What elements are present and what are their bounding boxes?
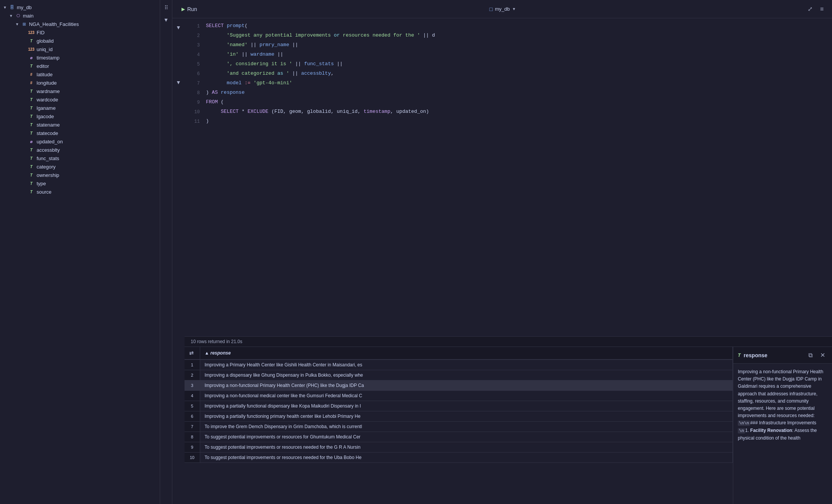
code-line-4: 4 'in' || wardname ||: [185, 50, 832, 59]
line-number: 8: [189, 88, 200, 98]
sidebar-col-wardname[interactable]: Twardname: [0, 87, 160, 95]
editor-content: 1SELECT prompt(2 'Suggest any potential …: [185, 18, 832, 504]
code-line-11: 11): [185, 117, 832, 126]
response-cell: To suggest potential improvements or res…: [200, 453, 733, 463]
code-text: SELECT * EXCLUDE (FID, geom, globalid, u…: [206, 107, 429, 116]
code-text: FROM (: [206, 98, 224, 107]
col-name: type: [37, 181, 46, 186]
sidebar-col-func_stats[interactable]: Tfunc_stats: [0, 154, 160, 162]
code-text: 'and categorized as ' || accessblty,: [206, 69, 334, 78]
db-icon-small: □: [489, 6, 492, 12]
menu-button[interactable]: ≡: [818, 4, 826, 14]
table-row[interactable]: 10To suggest potential improvements or r…: [185, 453, 733, 463]
code-line-3: 3 'named' || prmry_name ||: [185, 40, 832, 50]
sidebar-col-type[interactable]: Ttype: [0, 179, 160, 188]
collapse-arrow-button[interactable]: ▼: [162, 15, 170, 24]
sidebar-col-accessblty[interactable]: Taccessblty: [0, 146, 160, 154]
results-table-wrapper[interactable]: ⇄ ▲ response 1Improving a Primary Health…: [185, 347, 733, 504]
table-row[interactable]: 2Improving a dispensary like Ghung Dispe…: [185, 370, 733, 380]
table-row[interactable]: 6Improving a partially functioning prima…: [185, 411, 733, 422]
col-name: longitude: [37, 80, 57, 86]
toolbar-center: □ my_db ▼: [205, 5, 801, 14]
col-name: updated_on: [37, 139, 63, 144]
col-name: category: [37, 164, 56, 170]
sidebar-col-uniq_id[interactable]: 123uniq_id: [0, 45, 160, 53]
table-row[interactable]: 7To improve the Grem Demch Dispensary in…: [185, 422, 733, 432]
side-panel: T response ⧉ ✕ Improving a non-functiona…: [733, 347, 832, 504]
sidebar-col-globalid[interactable]: Tglobalid: [0, 37, 160, 45]
line-number: 5: [189, 59, 200, 69]
sidebar-item-db[interactable]: ▼ 🗄 my_db: [0, 3, 160, 11]
response-cell: Improving a non-functional medical cente…: [200, 391, 733, 401]
toolbar: ▶ Run □ my_db ▼ ⤢ ≡: [172, 0, 832, 18]
sidebar-col-statename[interactable]: Tstatename: [0, 120, 160, 129]
sidebar-col-lgacode[interactable]: Tlgacode: [0, 112, 160, 120]
code-line-1: 1SELECT prompt(: [185, 21, 832, 31]
code-text: ) AS response: [206, 88, 244, 97]
sidebar-col-category[interactable]: Tcategory: [0, 162, 160, 171]
table-row[interactable]: 9To suggest potential improvements or re…: [185, 442, 733, 453]
table-row[interactable]: 5Improving a partially functional dispen…: [185, 401, 733, 411]
chevron-db-icon: ▼: [3, 5, 7, 10]
expand-button[interactable]: ⤢: [805, 4, 815, 14]
results-table: ⇄ ▲ response 1Improving a Primary Health…: [185, 347, 733, 463]
col-type-icon: T: [27, 155, 35, 161]
sidebar-item-schema[interactable]: ▼ ⎔ main: [0, 11, 160, 20]
code-line-10: 10 SELECT * EXCLUDE (FID, geom, globalid…: [185, 107, 832, 117]
sidebar-col-timestamp[interactable]: ⌀timestamp: [0, 53, 160, 62]
col-type-icon: T: [27, 122, 35, 128]
schema-icon: ⎔: [15, 13, 21, 19]
sidebar-col-statecode[interactable]: Tstatecode: [0, 129, 160, 137]
table-row[interactable]: 3Improving a non-functional Primary Heal…: [185, 380, 733, 391]
response-cell: Improving a partially functioning primar…: [200, 411, 733, 422]
sidebar-col-longitude[interactable]: #longitude: [0, 79, 160, 87]
run-label: Run: [187, 6, 197, 12]
table-row[interactable]: 8To suggest potential improvements or re…: [185, 432, 733, 442]
row-index-cell: 8: [185, 432, 200, 442]
sidebar-col-ownership[interactable]: Townership: [0, 171, 160, 179]
row-index-cell: 2: [185, 370, 200, 380]
code-line-7: 7 model := 'gpt-4o-mini': [185, 79, 832, 88]
col-name: ownership: [37, 172, 59, 178]
col-name: statecode: [37, 130, 58, 136]
table-row[interactable]: 4Improving a non-functional medical cent…: [185, 391, 733, 401]
editor-collapse-button[interactable]: ▼: [174, 23, 183, 32]
code-line-9: 9FROM (: [185, 98, 832, 107]
row-index-cell: 3: [185, 380, 200, 391]
sidebar-col-lganame[interactable]: Tlganame: [0, 104, 160, 112]
editor-gutter: ▼ ▼: [172, 18, 185, 504]
col-name: func_stats: [37, 156, 59, 161]
code-line-5: 5 ', considering it is ' || func_stats |…: [185, 59, 832, 69]
col-type-icon: 123: [27, 46, 35, 52]
col-name: statename: [37, 122, 60, 128]
sidebar-col-wardcode[interactable]: Twardcode: [0, 95, 160, 104]
table-row[interactable]: 1Improving a Primary Health Center like …: [185, 360, 733, 370]
response-cell: Improving a partially functional dispens…: [200, 401, 733, 411]
sidebar-col-FID[interactable]: 123FID: [0, 28, 160, 37]
response-column-header[interactable]: ▲ response: [200, 347, 733, 360]
sidebar-item-table[interactable]: ▼ ⊞ NGA_Health_Facilities: [0, 20, 160, 28]
table-icon: ⊞: [21, 21, 27, 27]
sidebar-col-source[interactable]: Tsource: [0, 188, 160, 196]
col-type-icon: T: [27, 38, 35, 44]
side-panel-close-button[interactable]: ✕: [818, 350, 827, 360]
response-cell: To improve the Grem Demch Dispensary in …: [200, 422, 733, 432]
col-type-icon: T: [27, 180, 35, 186]
line-number: 4: [189, 50, 200, 59]
sidebar-col-latitude[interactable]: #latitude: [0, 70, 160, 79]
run-button[interactable]: ▶ Run: [178, 5, 200, 14]
sidebar-col-editor[interactable]: Teditor: [0, 62, 160, 70]
code-text: ', considering it is ' || func_stats ||: [206, 59, 343, 69]
code-text: model := 'gpt-4o-mini': [206, 79, 292, 88]
code-editor[interactable]: 1SELECT prompt(2 'Suggest any potential …: [185, 18, 832, 336]
collapse-button[interactable]: ⠿: [163, 3, 170, 12]
sidebar-col-updated_on[interactable]: ⌀updated_on: [0, 137, 160, 146]
col-name: editor: [37, 63, 49, 69]
row-index-cell: 4: [185, 391, 200, 401]
side-panel-copy-button[interactable]: ⧉: [806, 350, 815, 360]
db-selector-button[interactable]: □ my_db ▼: [486, 5, 519, 14]
row-index-cell: 6: [185, 411, 200, 422]
row-index-cell: 5: [185, 401, 200, 411]
code-line-2: 2 'Suggest any potential improvements or…: [185, 31, 832, 40]
results-collapse-button[interactable]: ▼: [174, 78, 183, 87]
